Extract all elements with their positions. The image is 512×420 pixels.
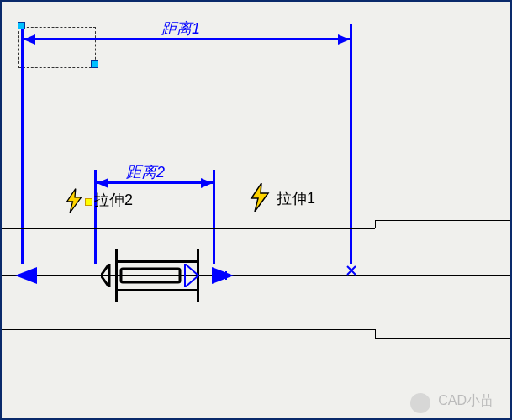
dim1-arrow-right: [338, 34, 350, 45]
dim2-label[interactable]: 距离2: [126, 162, 165, 182]
key-outline-top: [115, 260, 199, 263]
watermark-text: CAD小苗: [438, 392, 494, 410]
shaft-step-top: [375, 220, 376, 228]
shaft-top-mid: [2, 228, 375, 229]
shaft-bot-right: [375, 338, 512, 339]
key-outline-bot: [115, 289, 199, 291]
grip-dim1-a[interactable]: [18, 22, 25, 29]
stretch-arrow-left[interactable]: [15, 267, 37, 284]
lightning-icon: [250, 183, 272, 212]
dim2-arrow-left: [97, 178, 108, 188]
selection-box: [18, 27, 96, 68]
svg-rect-0: [121, 269, 180, 282]
plus-v: [225, 271, 227, 280]
dim1-label[interactable]: 距离1: [161, 18, 200, 39]
dim1-arrow-left: [24, 34, 35, 45]
shaft-bot-mid: [2, 329, 375, 330]
wechat-icon: [410, 393, 430, 413]
lightning-icon: [66, 188, 84, 213]
grip-stretch2[interactable]: [85, 198, 92, 206]
stretch2-label[interactable]: 拉伸2: [94, 190, 133, 210]
dim2-arrow-right: [201, 178, 213, 188]
cad-viewport[interactable]: 距离1 距离2 拉伸1 拉伸2 CAD小: [0, 0, 512, 420]
keyway-shape: [101, 264, 203, 287]
shaft-top-right: [375, 220, 512, 221]
centerline: [2, 275, 512, 276]
grip-dim1-b[interactable]: [91, 60, 98, 68]
stretch1-label[interactable]: 拉伸1: [277, 188, 315, 208]
shaft-step-bot: [375, 329, 376, 338]
